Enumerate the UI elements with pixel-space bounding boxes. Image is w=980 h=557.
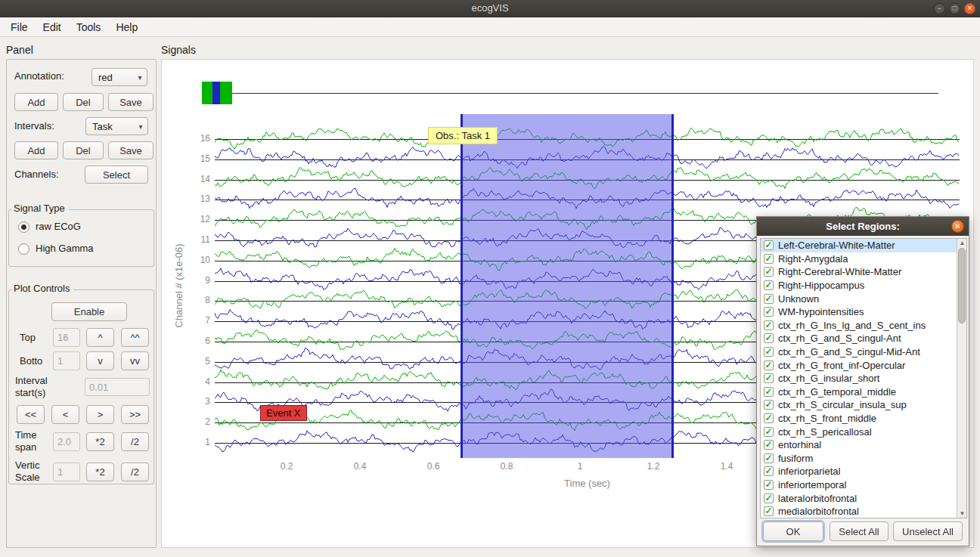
checkbox-checked-icon[interactable]: ✓ [764,480,774,490]
enable-button[interactable]: Enable [51,302,127,321]
menu-tools[interactable]: Tools [69,18,109,36]
checkbox-checked-icon[interactable]: ✓ [764,440,774,450]
checkbox-checked-icon[interactable]: ✓ [764,373,774,383]
region-list-item[interactable]: ✓Right-Hippocampus [761,279,966,292]
region-list-item[interactable]: ✓ctx_rh_G_Ins_lg_and_S_cent_ins [761,319,966,333]
region-list-item[interactable]: ✓entorhinal [761,438,966,452]
region-list-item[interactable]: ✓medialorbitofrontal [761,505,966,518]
menu-help[interactable]: Help [108,18,145,36]
region-list-item[interactable]: ✓WM-hypointensities [761,305,966,319]
region-list-item[interactable]: ✓lateralorbitofrontal [761,491,966,505]
intervals-add-button[interactable]: Add [14,141,58,159]
vertical-scale-label: Vertic Scale [15,460,50,484]
channel-down-fast-button[interactable]: vv [121,351,149,370]
vertical-scale-input[interactable] [53,463,80,481]
close-window-button[interactable]: ✕ [964,3,975,14]
annotation-combobox[interactable]: red ▾ [91,68,147,86]
region-item-label: entorhinal [778,439,821,450]
region-list-item[interactable]: ✓Right-Cerebral-White-Matter [761,265,966,279]
region-list-item[interactable]: ✓fusiform [761,452,966,466]
region-list-item[interactable]: ✓Left-Cerebral-White-Matter [761,239,966,252]
region-list-item[interactable]: ✓Right-Amygdala [761,252,966,266]
intervals-save-button[interactable]: Save [108,141,154,159]
checkbox-checked-icon[interactable]: ✓ [764,413,774,423]
region-list-item[interactable]: ✓ctx_rh_G_and_S_cingul-Mid-Ant [761,345,966,359]
channels-select-button[interactable]: Select [85,166,148,184]
region-list-item[interactable]: ✓ctx_rh_S_pericallosal [761,425,966,438]
region-list-item[interactable]: ✓ctx_rh_G_and_S_cingul-Ant [761,332,966,345]
unselect-all-button[interactable]: Unselect All [893,521,963,541]
select-all-button[interactable]: Select All [830,521,889,541]
checkbox-checked-icon[interactable]: ✓ [764,427,774,437]
checkbox-checked-icon[interactable]: ✓ [764,387,774,397]
page-forward-button[interactable]: >> [121,405,149,424]
step-forward-button[interactable]: > [86,405,114,424]
dialog-titlebar[interactable]: Select Regions: ✕ [757,217,969,236]
intervals-combobox[interactable]: Task ▾ [85,117,148,135]
event-annotation[interactable]: Event X [260,405,307,421]
menu-edit[interactable]: Edit [36,18,69,36]
annotation-del-button[interactable]: Del [63,93,104,111]
intervals-del-button[interactable]: Del [63,141,104,159]
timeline-interval-marker[interactable] [202,82,232,104]
region-item-label: ctx_rh_S_circular_insula_sup [778,399,907,410]
checkbox-checked-icon[interactable]: ✓ [764,453,774,463]
checkbox-checked-icon[interactable]: ✓ [764,494,774,503]
signal-type-option[interactable]: raw ECoG [18,220,81,234]
checkbox-checked-icon[interactable]: ✓ [764,466,774,476]
channels-label: Channels: [14,168,59,181]
vertical-scale-halve-button[interactable]: /2 [121,463,149,481]
time-span-double-button[interactable]: *2 [86,432,114,451]
checkbox-checked-icon[interactable]: ✓ [764,361,774,370]
checkbox-checked-icon[interactable]: ✓ [764,333,774,343]
region-list-item[interactable]: ✓ctx_rh_S_circular_insula_sup [761,398,966,412]
checkbox-checked-icon[interactable]: ✓ [764,280,774,290]
channel-up-fast-button[interactable]: ^^ [121,328,149,347]
dialog-close-button[interactable]: ✕ [951,220,964,233]
checkbox-checked-icon[interactable]: ✓ [764,506,774,516]
scrollbar[interactable]: ▲ ▼ [957,239,966,518]
interval-region[interactable] [461,114,674,458]
bottom-channel-input[interactable] [53,351,80,370]
checkbox-checked-icon[interactable]: ✓ [764,307,774,317]
top-channel-input[interactable] [53,328,80,347]
checkbox-checked-icon[interactable]: ✓ [764,400,774,410]
region-list-item[interactable]: ✓ctx_rh_G_front_inf-Opercular [761,358,966,372]
checkbox-checked-icon[interactable]: ✓ [764,294,774,304]
time-span-input[interactable] [53,432,80,451]
checkbox-checked-icon[interactable]: ✓ [764,254,774,264]
y-tick-label: 4 [192,376,210,387]
y-tick-label: 1 [192,437,210,447]
menubar: File Edit Tools Help [0,17,980,37]
chevron-down-icon: ▾ [133,73,147,82]
maximize-button[interactable]: □ [949,3,960,14]
time-span-halve-button[interactable]: /2 [121,432,149,451]
signal-type-option[interactable]: High Gamma [18,242,94,255]
region-list-item[interactable]: ✓inferiortemporal [761,478,966,492]
region-list-item[interactable]: ✓ctx_rh_S_front_middle [761,412,966,425]
y-tick-label: 7 [192,315,210,326]
checkbox-checked-icon[interactable]: ✓ [764,347,774,357]
checkbox-checked-icon[interactable]: ✓ [764,240,774,250]
page-back-button[interactable]: << [17,405,45,424]
region-list-item[interactable]: ✓ctx_rh_G_temporal_middle [761,385,966,399]
scroll-up-icon[interactable]: ▲ [957,240,967,246]
ok-button[interactable]: OK [763,521,823,541]
checkbox-checked-icon[interactable]: ✓ [764,267,774,277]
scroll-down-icon[interactable]: ▼ [957,510,967,517]
annotation-save-button[interactable]: Save [108,93,154,111]
interval-start-input[interactable] [85,378,150,396]
vertical-scale-double-button[interactable]: *2 [86,463,114,481]
channel-down-button[interactable]: v [86,351,114,370]
region-list-item[interactable]: ✓ctx_rh_G_insular_short [761,372,966,385]
scrollbar-thumb[interactable] [958,248,966,323]
checkbox-checked-icon[interactable]: ✓ [764,320,774,330]
region-list-item[interactable]: ✓Unknown [761,292,966,305]
annotation-add-button[interactable]: Add [14,93,58,111]
minimize-button[interactable]: − [934,3,945,14]
channel-up-button[interactable]: ^ [86,328,114,347]
region-list-item[interactable]: ✓inferiorparietal [761,465,966,478]
menu-file[interactable]: File [3,18,36,36]
region-item-label: ctx_rh_G_and_S_cingul-Ant [778,333,901,344]
step-back-button[interactable]: < [51,405,79,424]
